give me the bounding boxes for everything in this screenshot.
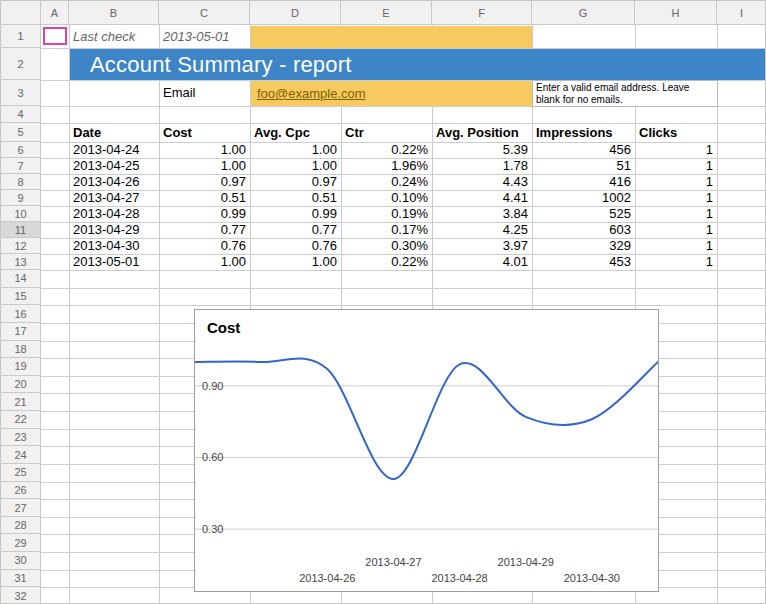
table-cell[interactable]: 329 <box>532 238 635 254</box>
table-cell[interactable]: 2013-04-27 <box>69 190 159 206</box>
row-header-2[interactable]: 2 <box>1 48 41 80</box>
table-header-cell[interactable]: Ctr <box>341 123 432 142</box>
table-cell[interactable]: 5.39 <box>432 142 532 158</box>
row-header-22[interactable]: 22 <box>1 411 41 429</box>
table-cell[interactable]: 2013-04-25 <box>69 158 159 174</box>
row-header-12[interactable]: 12 <box>1 238 41 254</box>
table-cell[interactable]: 0.10% <box>341 190 432 206</box>
table-cell[interactable]: 51 <box>532 158 635 174</box>
table-cell[interactable]: 4.25 <box>432 222 532 238</box>
table-cell[interactable]: 603 <box>532 222 635 238</box>
table-cell[interactable]: 0.76 <box>159 238 250 254</box>
table-cell[interactable]: 0.97 <box>159 174 250 190</box>
row-header-14[interactable]: 14 <box>1 270 41 288</box>
table-cell[interactable]: 2013-04-24 <box>69 142 159 158</box>
column-header-b[interactable]: B <box>69 1 159 25</box>
table-cell[interactable]: 1.00 <box>250 158 341 174</box>
table-cell[interactable]: 1.78 <box>432 158 532 174</box>
table-cell[interactable]: 2013-05-01 <box>69 254 159 270</box>
row-header-27[interactable]: 27 <box>1 499 41 517</box>
table-cell[interactable]: 1 <box>635 254 717 270</box>
table-header-cell[interactable]: Impressions <box>532 123 635 142</box>
table-cell[interactable]: 1 <box>635 158 717 174</box>
row-header-9[interactable]: 9 <box>1 190 41 206</box>
table-cell[interactable]: 4.43 <box>432 174 532 190</box>
row-header-7[interactable]: 7 <box>1 158 41 174</box>
table-cell[interactable]: 1.00 <box>250 142 341 158</box>
row-header-15[interactable]: 15 <box>1 288 41 306</box>
select-all-corner[interactable] <box>1 1 41 25</box>
table-cell[interactable]: 456 <box>532 142 635 158</box>
highlighted-range-d1-f1[interactable] <box>251 26 532 48</box>
row-header-16[interactable]: 16 <box>1 305 41 323</box>
table-cell[interactable]: 1 <box>635 174 717 190</box>
table-cell[interactable]: 453 <box>532 254 635 270</box>
table-cell[interactable]: 0.99 <box>250 206 341 222</box>
table-cell[interactable]: 4.01 <box>432 254 532 270</box>
row-header-4[interactable]: 4 <box>1 106 41 123</box>
row-header-13[interactable]: 13 <box>1 254 41 270</box>
row-header-29[interactable]: 29 <box>1 534 41 552</box>
email-link[interactable]: foo@example.com <box>257 86 366 101</box>
row-header-24[interactable]: 24 <box>1 446 41 464</box>
table-cell[interactable]: 1.00 <box>159 254 250 270</box>
column-header-i[interactable]: I <box>717 1 766 25</box>
table-cell[interactable]: 1.96% <box>341 158 432 174</box>
table-cell[interactable]: 0.77 <box>250 222 341 238</box>
table-header-cell[interactable]: Date <box>69 123 159 142</box>
table-cell[interactable]: 0.51 <box>159 190 250 206</box>
row-header-3[interactable]: 3 <box>1 80 41 106</box>
row-header-28[interactable]: 28 <box>1 517 41 535</box>
banner-cell[interactable]: Account Summary - report <box>70 49 766 80</box>
row-header-10[interactable]: 10 <box>1 206 41 222</box>
row-header-20[interactable]: 20 <box>1 376 41 394</box>
row-header-11[interactable]: 11 <box>1 222 41 238</box>
cell-last-check-label[interactable]: Last check <box>73 25 135 48</box>
table-cell[interactable]: 0.99 <box>159 206 250 222</box>
column-header-c[interactable]: C <box>159 1 250 25</box>
table-cell[interactable]: 1 <box>635 142 717 158</box>
column-header-h[interactable]: H <box>635 1 717 25</box>
table-cell[interactable]: 0.51 <box>250 190 341 206</box>
table-cell[interactable]: 0.30% <box>341 238 432 254</box>
table-cell[interactable]: 1.00 <box>250 254 341 270</box>
row-header-26[interactable]: 26 <box>1 482 41 500</box>
table-cell[interactable]: 1 <box>635 238 717 254</box>
table-cell[interactable]: 3.97 <box>432 238 532 254</box>
row-header-25[interactable]: 25 <box>1 464 41 482</box>
table-cell[interactable]: 2013-04-26 <box>69 174 159 190</box>
table-cell[interactable]: 0.19% <box>341 206 432 222</box>
table-cell[interactable]: 0.22% <box>341 254 432 270</box>
table-cell[interactable]: 1002 <box>532 190 635 206</box>
table-cell[interactable]: 4.41 <box>432 190 532 206</box>
table-header-cell[interactable]: Avg. Position <box>432 123 532 142</box>
row-header-1[interactable]: 1 <box>1 25 41 48</box>
row-header-19[interactable]: 19 <box>1 358 41 376</box>
table-cell[interactable]: 3.84 <box>432 206 532 222</box>
column-header-g[interactable]: G <box>532 1 635 25</box>
column-header-a[interactable]: A <box>41 1 69 25</box>
column-header-f[interactable]: F <box>432 1 532 25</box>
table-header-cell[interactable]: Cost <box>159 123 250 142</box>
table-cell[interactable]: 2013-04-29 <box>69 222 159 238</box>
row-header-30[interactable]: 30 <box>1 552 41 570</box>
table-cell[interactable]: 0.97 <box>250 174 341 190</box>
table-cell[interactable]: 1.00 <box>159 158 250 174</box>
row-header-23[interactable]: 23 <box>1 429 41 447</box>
table-cell[interactable]: 0.77 <box>159 222 250 238</box>
cell-email-label[interactable]: Email <box>163 80 196 106</box>
table-cell[interactable]: 525 <box>532 206 635 222</box>
table-cell[interactable]: 0.24% <box>341 174 432 190</box>
table-cell[interactable]: 2013-04-28 <box>69 206 159 222</box>
table-cell[interactable]: 1 <box>635 206 717 222</box>
table-cell[interactable]: 1 <box>635 222 717 238</box>
table-cell[interactable]: 0.17% <box>341 222 432 238</box>
row-header-6[interactable]: 6 <box>1 142 41 158</box>
row-header-32[interactable]: 32 <box>1 587 41 604</box>
table-cell[interactable]: 2013-04-30 <box>69 238 159 254</box>
table-cell[interactable]: 0.76 <box>250 238 341 254</box>
column-header-e[interactable]: E <box>341 1 432 25</box>
row-header-8[interactable]: 8 <box>1 174 41 190</box>
row-header-5[interactable]: 5 <box>1 123 41 142</box>
cell-email-input[interactable]: foo@example.com <box>251 81 532 106</box>
